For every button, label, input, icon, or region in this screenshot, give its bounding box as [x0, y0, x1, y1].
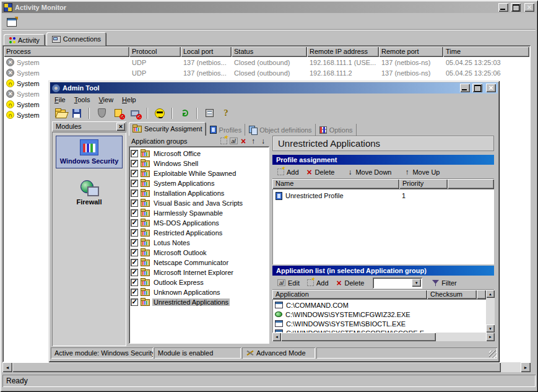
modules-close-icon[interactable]: [116, 123, 125, 131]
delete-group-button[interactable]: [238, 137, 248, 146]
column-header-application[interactable]: Application: [272, 290, 427, 299]
checkbox-checked[interactable]: [131, 298, 138, 306]
profile-delete-button[interactable]: Delete: [304, 167, 339, 178]
admin-minimize-button[interactable]: [460, 84, 470, 92]
group-item[interactable]: System Applications: [131, 178, 267, 188]
tab-connections[interactable]: Connections: [46, 32, 106, 46]
group-item-selected[interactable]: Unrestricted Applications: [131, 297, 267, 307]
connection-row[interactable]: System UDP 137 (netbios... Closed (outbo…: [4, 57, 529, 68]
group-item[interactable]: Exploitable While Spawned: [131, 168, 267, 178]
group-item[interactable]: Windows Shell: [131, 159, 267, 168]
column-header-status[interactable]: Status: [232, 46, 307, 57]
profile-move-up-button[interactable]: Move Up: [401, 167, 443, 178]
checkbox-checked[interactable]: [131, 189, 138, 197]
resize-grip[interactable]: [489, 351, 497, 358]
disable-screen-button[interactable]: [128, 107, 142, 120]
application-row-clipped[interactable]: C:\WINDOWS\SYSTEM\SCOREW\SCORE.E: [274, 328, 485, 333]
application-row[interactable]: C:\COMMAND.COM: [274, 300, 485, 310]
module-windows-security[interactable]: Windows Security: [56, 136, 123, 168]
menu-tools[interactable]: Tools: [70, 95, 95, 105]
help-button[interactable]: [219, 107, 233, 120]
column-header-priority[interactable]: Priority: [399, 179, 448, 189]
scrollbar-thumb[interactable]: [281, 333, 436, 341]
move-group-up-button[interactable]: [248, 137, 258, 146]
application-row[interactable]: C:\WINDOWS\SYSTEM\CFGWIZ32.EXE: [274, 310, 485, 319]
checkbox-checked[interactable]: [131, 239, 138, 246]
column-header-local-port[interactable]: Local port: [181, 46, 232, 57]
connection-row[interactable]: System UDP 137 (netbios... Closed (outbo…: [4, 68, 529, 78]
group-item[interactable]: Microsoft Outlook: [131, 248, 267, 258]
checkbox-checked[interactable]: [131, 160, 138, 167]
maximize-button[interactable]: [511, 3, 521, 12]
tab-options[interactable]: Options: [316, 124, 357, 136]
application-vertical-scrollbar[interactable]: [486, 290, 495, 333]
scroll-right-icon[interactable]: [521, 362, 531, 372]
checkbox-checked[interactable]: [131, 209, 138, 217]
checkbox-checked[interactable]: [131, 279, 138, 286]
open-button[interactable]: [53, 107, 67, 120]
tab-object-definitions[interactable]: Object definitions: [245, 124, 315, 136]
group-item[interactable]: MS-DOS Applications: [131, 218, 267, 228]
app-delete-button[interactable]: Delete: [334, 277, 368, 289]
checkbox-checked[interactable]: [131, 229, 138, 237]
tab-activity[interactable]: Activity: [4, 34, 45, 46]
scrollbar-thumb[interactable]: [12, 362, 501, 372]
minimize-button[interactable]: [498, 3, 508, 12]
application-horizontal-scrollbar[interactable]: [272, 333, 495, 341]
menu-file[interactable]: File: [50, 95, 70, 105]
application-row[interactable]: C:\WINDOWS\SYSTEM\SBIOCTL.EXE: [274, 319, 485, 328]
column-header-protocol[interactable]: Protocol: [129, 46, 181, 57]
group-item[interactable]: Lotus Notes: [131, 238, 267, 248]
report-button[interactable]: [202, 107, 216, 120]
disable-note-button[interactable]: [111, 107, 125, 120]
column-header-name[interactable]: Name: [272, 179, 399, 189]
group-item[interactable]: Visual Basic and Java Scripts: [131, 198, 267, 208]
checkbox-checked[interactable]: [131, 289, 138, 296]
profile-add-button[interactable]: Add: [275, 167, 303, 177]
profile-row[interactable]: Unrestricted Profile 1: [274, 191, 493, 201]
column-header-checksum[interactable]: Checksum: [427, 290, 477, 299]
scroll-up-icon[interactable]: [486, 290, 495, 298]
group-item[interactable]: Harmlessly Spawnable: [131, 208, 267, 218]
profile-move-down-button[interactable]: Move Down: [344, 167, 395, 178]
scroll-left-icon[interactable]: [2, 362, 12, 372]
module-firewall[interactable]: Firewall: [56, 177, 123, 209]
admin-close-button[interactable]: [486, 84, 496, 92]
group-item[interactable]: Netscape Communicator: [131, 258, 267, 268]
checkbox-checked[interactable]: [131, 170, 138, 177]
checkbox-checked[interactable]: [131, 199, 138, 207]
rename-group-button[interactable]: [228, 137, 238, 146]
filter-button[interactable]: Filter: [430, 278, 460, 288]
column-header-remote-ip[interactable]: Remote IP address: [307, 46, 379, 57]
tab-security-assigment[interactable]: Security Assigment: [129, 122, 206, 136]
group-item[interactable]: Unknown Applications: [131, 287, 267, 297]
refresh-button[interactable]: [178, 107, 191, 120]
move-group-down-button[interactable]: [258, 137, 268, 146]
column-header-process[interactable]: Process: [4, 46, 129, 57]
menu-help[interactable]: Help: [118, 95, 141, 105]
column-header-remote-port[interactable]: Remote port: [379, 46, 443, 57]
app-add-button[interactable]: Add: [305, 278, 332, 288]
chevron-down-icon[interactable]: [412, 279, 421, 287]
menu-view[interactable]: View: [94, 95, 118, 105]
properties-button[interactable]: [5, 16, 19, 28]
checkbox-checked[interactable]: [131, 150, 138, 157]
filter-combobox[interactable]: [373, 277, 422, 289]
checkbox-checked[interactable]: [131, 259, 138, 266]
group-item[interactable]: Installation Applications: [131, 188, 267, 198]
group-item[interactable]: Microsoft Office: [131, 149, 267, 159]
group-item[interactable]: Microsoft Internet Explorer: [131, 268, 267, 277]
app-edit-button[interactable]: Edit: [275, 278, 303, 288]
new-group-button[interactable]: [219, 137, 228, 146]
checkbox-checked[interactable]: [131, 219, 138, 227]
checkbox-checked[interactable]: [131, 180, 138, 187]
group-item[interactable]: Restricted Applications: [131, 228, 267, 238]
column-header-time[interactable]: Time: [443, 46, 529, 57]
smiley-button[interactable]: [153, 107, 167, 120]
close-button[interactable]: [524, 3, 534, 12]
save-button[interactable]: [70, 107, 84, 120]
scroll-right-icon[interactable]: [486, 333, 495, 341]
admin-maximize-button[interactable]: [472, 84, 482, 92]
scroll-left-icon[interactable]: [272, 333, 281, 341]
checkbox-checked[interactable]: [131, 269, 138, 276]
